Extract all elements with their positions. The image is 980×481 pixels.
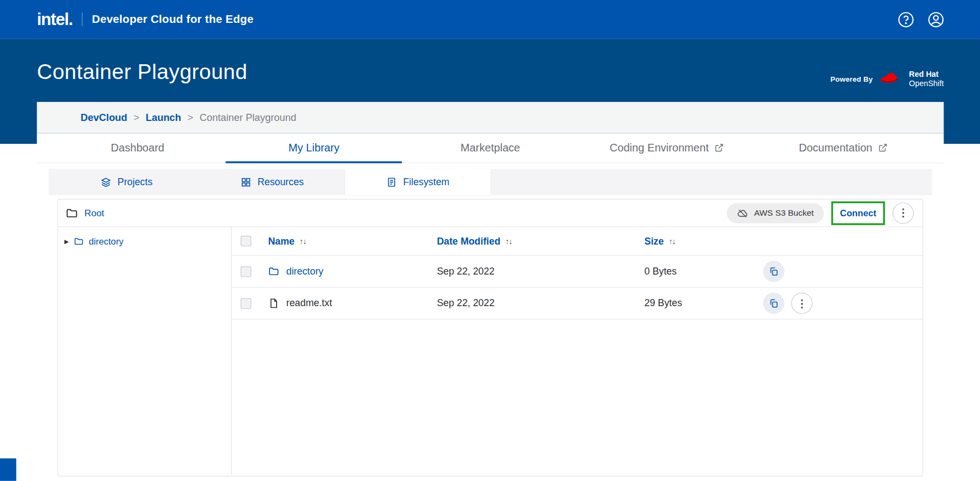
brand: intel. Developer Cloud for the Edge (37, 10, 254, 29)
account-icon (927, 11, 944, 28)
brand-divider (82, 13, 82, 26)
top-navbar: intel. Developer Cloud for the Edge (0, 0, 980, 39)
breadcrumb-separator: > (133, 112, 139, 123)
root-folder-control[interactable]: Root (66, 206, 105, 219)
tab-marketplace[interactable]: Marketplace (402, 133, 579, 163)
date-modified-cell: Sep 22, 2022 (437, 297, 644, 309)
tree-item-directory[interactable]: ▶ directory (64, 236, 231, 246)
tab-dashboard[interactable]: Dashboard (50, 133, 226, 163)
kebab-icon: ⋮ (898, 208, 909, 218)
page-title: Container Playground (37, 59, 248, 84)
intel-logo: intel. (37, 10, 72, 29)
folder-icon (74, 236, 83, 246)
toolbar-kebab-menu-button[interactable]: ⋮ (892, 202, 914, 223)
size-cell: 29 Bytes (645, 297, 763, 309)
file-name-cell[interactable]: directory (268, 266, 437, 277)
folder-icon (268, 266, 279, 277)
copy-icon (769, 299, 779, 308)
sort-icon[interactable]: ↑↓ (299, 237, 306, 246)
sort-icon[interactable]: ↑↓ (669, 237, 675, 246)
breadcrumb-current: Container Playground (199, 112, 296, 123)
table-row: readme.txt Sep 22, 2022 29 Bytes (232, 288, 922, 320)
tab-coding-environment[interactable]: Coding Environment (579, 133, 755, 163)
external-link-icon (714, 143, 724, 153)
breadcrumb: DevCloud > Launch > Container Playground (37, 102, 944, 133)
file-browser-body: ▶ directory Name ↑↓ (58, 227, 923, 476)
subtab-filesystem[interactable]: Filesystem (345, 169, 491, 195)
file-name-cell[interactable]: readme.txt (268, 297, 437, 309)
column-header-date-modified[interactable]: Date Modified ↑↓ (437, 235, 644, 247)
row-checkbox[interactable] (241, 266, 252, 277)
file-list: Name ↑↓ Date Modified ↑↓ Size ↑↓ (232, 227, 922, 476)
aws-s3-bucket-button[interactable]: AWS S3 Bucket (727, 203, 824, 223)
primary-tabs: Dashboard My Library Marketplace Coding … (37, 133, 944, 163)
layers-icon (101, 176, 112, 187)
file-browser: Root AWS S3 Bucket Connect ⋮ (58, 199, 923, 477)
subtab-resources[interactable]: Resources (199, 169, 345, 195)
file-browser-toolbar: Root AWS S3 Bucket Connect ⋮ (58, 199, 923, 227)
row-kebab-menu-button[interactable]: ⋮ (791, 293, 812, 314)
corner-accent (0, 458, 16, 480)
connect-highlight-annotation: Connect (831, 201, 885, 225)
file-icon (268, 297, 279, 309)
help-button[interactable] (896, 10, 915, 28)
date-modified-cell: Sep 22, 2022 (437, 266, 644, 277)
tab-documentation[interactable]: Documentation (755, 133, 932, 163)
breadcrumb-separator: > (187, 112, 193, 123)
tab-my-library[interactable]: My Library (226, 133, 402, 163)
library-subtabs: Projects Resources Filesystem (49, 169, 932, 195)
redhat-wordmark: Red Hat OpenShift (909, 70, 944, 89)
app-title: Developer Cloud for the Edge (92, 13, 254, 26)
caret-right-icon[interactable]: ▶ (64, 238, 69, 244)
row-actions: ⋮ (763, 293, 923, 314)
folder-tree-panel: ▶ directory (58, 227, 232, 476)
connect-button[interactable]: Connect (840, 208, 877, 218)
copy-button[interactable] (763, 293, 785, 314)
cloud-disconnected-icon (737, 208, 749, 219)
tree-item-label: directory (89, 236, 124, 246)
size-cell: 0 Bytes (645, 266, 763, 277)
file-list-header: Name ↑↓ Date Modified ↑↓ Size ↑↓ (232, 227, 922, 256)
copy-icon (769, 266, 779, 276)
column-header-size[interactable]: Size ↑↓ (645, 235, 763, 247)
powered-by-label: Powered By (830, 76, 873, 83)
folder-icon (66, 206, 78, 219)
page: intel. Developer Cloud for the Edge (0, 0, 980, 481)
document-icon (386, 176, 397, 187)
root-label: Root (84, 208, 104, 218)
subtab-projects[interactable]: Projects (54, 169, 199, 195)
row-checkbox[interactable] (241, 298, 252, 309)
breadcrumb-devcloud[interactable]: DevCloud (81, 112, 127, 123)
row-actions (763, 261, 923, 282)
help-icon (897, 11, 914, 28)
select-all-checkbox[interactable] (241, 236, 252, 247)
grid-icon (241, 176, 252, 187)
breadcrumb-launch[interactable]: Launch (145, 112, 181, 123)
powered-by-block: Powered By Red Hat OpenShift (830, 70, 944, 89)
topbar-actions (896, 10, 945, 28)
column-header-name[interactable]: Name ↑↓ (268, 235, 437, 247)
toolbar-right: AWS S3 Bucket Connect ⋮ (727, 201, 914, 225)
content-card: Dashboard My Library Marketplace Coding … (37, 133, 944, 481)
sort-icon[interactable]: ↑↓ (505, 237, 512, 246)
kebab-icon: ⋮ (797, 298, 807, 309)
table-row: directory Sep 22, 2022 0 Bytes (232, 256, 922, 288)
account-button[interactable] (926, 10, 945, 28)
redhat-logo-icon (880, 71, 902, 88)
copy-button[interactable] (763, 261, 785, 282)
external-link-icon (878, 143, 887, 153)
